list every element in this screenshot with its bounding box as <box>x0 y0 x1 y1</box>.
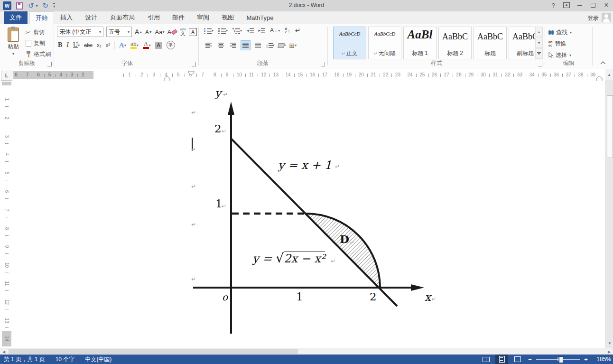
read-mode-button[interactable] <box>480 355 492 364</box>
italic-button[interactable]: I <box>66 41 69 49</box>
language-status[interactable]: 中文(中国) <box>85 355 111 364</box>
tab-selector[interactable]: L <box>1 70 12 81</box>
first-line-indent-marker[interactable] <box>188 71 195 75</box>
scroll-right-button[interactable]: ▶ <box>605 348 613 355</box>
styles-more-button[interactable]: ▾ <box>535 48 543 59</box>
shrink-font-button[interactable]: A▼ <box>145 29 152 35</box>
zoom-out-button[interactable]: − <box>527 356 533 363</box>
styles-scroll-up-button[interactable]: ▴ <box>535 27 543 37</box>
vertical-scrollbar-thumb[interactable] <box>607 95 613 158</box>
font-color-button[interactable]: A▾ <box>143 41 151 49</box>
multilevel-list-button[interactable]: ▾ <box>232 28 242 34</box>
superscript-button[interactable]: x² <box>106 42 110 48</box>
restore-button[interactable] <box>586 0 600 10</box>
bullets-button[interactable]: ▾ <box>204 28 214 34</box>
tab-page-layout[interactable]: 页面布局 <box>104 11 140 24</box>
justify-button[interactable] <box>241 41 250 50</box>
asian-layout-button[interactable]: A↔▾ <box>270 27 280 34</box>
styles-scroll: ▴ ▾ ▾ <box>535 27 543 59</box>
align-left-button[interactable] <box>204 41 213 50</box>
tab-design[interactable]: 设计 <box>80 11 102 24</box>
underline-button[interactable]: U▾ <box>73 41 80 49</box>
page-info[interactable]: 第 1 页，共 1 页 <box>4 355 45 364</box>
format-painter-button[interactable]: 格式刷 <box>26 49 51 59</box>
styles-dialog-launcher[interactable] <box>538 62 542 66</box>
show-hide-marks-button[interactable]: ↵ <box>295 27 301 34</box>
style-card-normal[interactable]: AaBbCcD ↵正文 <box>333 27 366 59</box>
paragraph-dialog-launcher[interactable] <box>321 62 325 66</box>
ruler-tick <box>367 74 368 77</box>
sort-button[interactable]: AZ↓ <box>285 27 290 34</box>
tab-file[interactable]: 文件 <box>4 11 28 24</box>
phonetic-guide-button[interactable]: wén文 <box>180 28 186 36</box>
zoom-level[interactable]: 185% <box>592 356 611 363</box>
zoom-slider[interactable] <box>536 356 580 363</box>
strikethrough-button[interactable]: abc <box>84 42 93 48</box>
find-button[interactable]: 查找 ▾ <box>548 28 572 37</box>
clipboard-dialog-launcher[interactable] <box>47 62 52 66</box>
scroll-left-button[interactable]: ◀ <box>0 348 8 355</box>
collapse-ribbon-button[interactable] <box>600 60 606 65</box>
close-button[interactable]: × <box>600 0 613 10</box>
minimize-button[interactable] <box>573 0 586 10</box>
tab-insert[interactable]: 插入 <box>55 11 78 24</box>
align-center-button[interactable] <box>216 41 225 50</box>
subscript-button[interactable]: x₂ <box>97 42 102 48</box>
text-effects-button[interactable]: A▾ <box>119 41 126 49</box>
numbering-button[interactable]: ▾ <box>218 28 228 34</box>
grow-font-button[interactable]: A▲ <box>135 28 142 36</box>
style-card-heading2[interactable]: AaBbC 标题 2 <box>438 27 472 59</box>
clear-formatting-button[interactable]: A <box>167 28 177 36</box>
change-case-button[interactable]: Aa▾ <box>155 28 165 36</box>
print-layout-button[interactable] <box>495 355 508 364</box>
borders-button[interactable]: ⊞▾ <box>289 42 297 49</box>
align-right-button[interactable] <box>229 41 238 50</box>
paste-button[interactable]: 粘贴 ▾ <box>3 26 24 63</box>
font-name-combo[interactable]: 宋体 (中文正▾ <box>57 27 103 37</box>
document-page[interactable]: 1234567891011121314 ↵ ↵ ↵ ↵ ↵ y ↵ 2 <box>0 81 605 348</box>
increase-indent-button[interactable]: ▸ <box>259 28 266 33</box>
ruler-number: 12 <box>260 72 268 77</box>
style-card-no-spacing[interactable]: AaBbCcD ↵无间隔 <box>368 27 401 59</box>
character-shading-button[interactable]: A <box>155 42 162 49</box>
cut-button[interactable]: ✂ 剪切 <box>26 28 45 37</box>
pilcrow-icon: ↵ <box>374 51 378 56</box>
tab-view[interactable]: 视图 <box>216 11 239 24</box>
zoom-in-button[interactable]: + <box>583 356 589 363</box>
shading-button[interactable]: ▾ <box>278 43 286 48</box>
style-card-heading1[interactable]: AaBl 标题 1 <box>403 27 437 59</box>
decrease-indent-button[interactable]: ◂ <box>247 28 254 33</box>
tab-mathtype[interactable]: MathType <box>241 11 279 24</box>
font-dialog-launcher[interactable] <box>192 62 196 66</box>
line-spacing-button[interactable]: ↕▾ <box>266 43 275 48</box>
character-border-button[interactable]: A <box>189 28 197 36</box>
replace-button[interactable]: abac 替换 <box>548 39 566 48</box>
scroll-down-button[interactable]: ▼ <box>606 338 613 348</box>
tab-review[interactable]: 审阅 <box>192 11 214 24</box>
select-button[interactable]: 选择 ▾ <box>548 50 571 60</box>
distribute-button[interactable] <box>253 41 262 50</box>
ribbon-display-options-button[interactable]: ▲ <box>560 0 573 10</box>
highlight-button[interactable]: ab▾ <box>130 41 139 49</box>
horizontal-scrollbar-thumb[interactable] <box>9 349 298 354</box>
style-card-title[interactable]: AaBbC 标题 <box>474 27 507 59</box>
scroll-up-button[interactable]: ▲ <box>605 69 613 80</box>
zoom-slider-thumb[interactable] <box>559 356 563 363</box>
horizontal-scrollbar[interactable]: ◀ ▶ <box>0 348 613 355</box>
styles-scroll-down-button[interactable]: ▾ <box>535 37 543 48</box>
vertical-scrollbar[interactable]: ▼ <box>605 80 613 348</box>
copy-button[interactable]: 复制 <box>26 38 45 48</box>
web-layout-button[interactable] <box>511 355 524 364</box>
ruler-tick <box>416 74 417 77</box>
help-button[interactable]: ? <box>547 0 560 10</box>
enclose-characters-button[interactable]: 字 <box>167 41 175 49</box>
bold-button[interactable]: B <box>58 41 62 49</box>
tab-home[interactable]: 开始 <box>29 11 54 24</box>
avatar[interactable] <box>602 13 611 22</box>
tab-mailings[interactable]: 邮件 <box>167 11 190 24</box>
word-count[interactable]: 10 个字 <box>56 355 75 364</box>
font-size-combo[interactable]: 五号▾ <box>106 27 132 37</box>
sign-in-link[interactable]: 登录 <box>587 14 599 22</box>
tab-references[interactable]: 引用 <box>142 11 165 24</box>
ruler-tick <box>380 74 380 77</box>
